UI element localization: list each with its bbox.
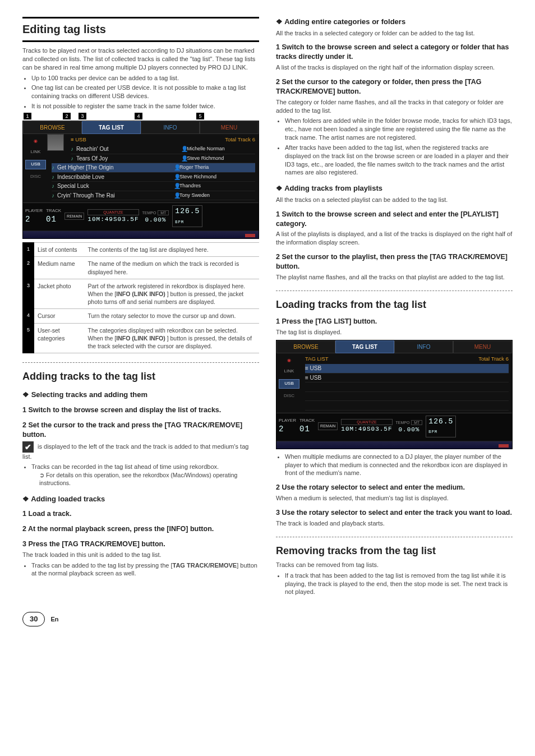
tab-menu: MENU (453, 340, 512, 354)
artist-icon: 👤 (181, 145, 187, 153)
heading-folders: Adding entire categories or folders (276, 17, 513, 27)
tab-info: INFO (394, 340, 453, 354)
track-artist: Tony Sweden (179, 192, 255, 200)
section-title: Editing tag lists (22, 17, 259, 42)
table-num: 1 (23, 243, 34, 257)
side-link: LINK (25, 149, 46, 155)
page-footer: 30 En (22, 612, 513, 626)
list-head-left: ≡ USB (71, 136, 86, 144)
step-heading: 3 Use the rotary selector to select and … (276, 508, 513, 518)
table-num: 4 (23, 309, 34, 323)
tab-menu: MENU (200, 121, 259, 135)
track-number: 01 (299, 424, 315, 435)
tempo-value: 0.00% (396, 426, 423, 434)
table-name: List of contents (34, 243, 85, 257)
intro-bullet: It is not possible to register the same … (31, 102, 259, 110)
track-title: Reachin' Out (76, 145, 181, 153)
side-usb: USB (279, 379, 299, 389)
step-heading: 1 Switch to the browse screen and select… (276, 210, 513, 229)
list-item: Tracks can be added to the tag list by p… (31, 561, 259, 578)
side-link: LINK (279, 368, 299, 375)
intro-bullet: Up to 100 tracks per device can be added… (31, 74, 259, 82)
language-label: En (50, 615, 58, 624)
checkmark-icon: ✔ (22, 441, 34, 453)
step-heading: 1 Switch to the browse screen and displa… (22, 405, 259, 415)
rec-icon: ◉ (279, 358, 299, 364)
tempo-label: TEMPO (396, 421, 410, 425)
tab-browse: BROWSE (23, 121, 82, 135)
body-text: The tag list is displayed. (276, 328, 513, 336)
body-text: All the tracks on a selected playlist ca… (276, 196, 513, 204)
step-heading: 2 Set the cursor to the playlist, then p… (276, 252, 513, 271)
table-name: Medium name (34, 257, 85, 279)
medium-row: ≡ USB (305, 365, 509, 372)
player-label: PLAYER (279, 418, 296, 424)
heading-playlists: Adding tracks from playlists (276, 183, 513, 193)
step-heading: 2 Use the rotary selector to select and … (276, 483, 513, 492)
sub-bullet: For details on this operation, see the r… (31, 471, 259, 487)
tab-taglist: TAG LIST (335, 340, 394, 354)
tab-taglist: TAG LIST (82, 121, 141, 135)
step-heading: 1 Switch to the browse screen and select… (276, 43, 513, 62)
track-artist: Steve Richmond (179, 173, 255, 181)
step-heading: 1 Load a track. (22, 509, 259, 519)
track-title: Tears Of Joy (76, 155, 181, 163)
bullet-list: If a track that has been added to the ta… (276, 571, 513, 597)
side-disc: DISC (279, 393, 299, 399)
check-bullets: Tracks can be recorded in the tag list a… (22, 463, 259, 487)
artist-icon: 👤 (174, 192, 179, 200)
device-screenshot-1: BROWSE TAG LIST INFO MENU ◉ LINK USB DIS… (22, 121, 259, 239)
mt-label: MT (158, 210, 169, 215)
subsection-adding: Adding tracks to the tag list (22, 370, 259, 383)
table-desc: Turn the rotary selector to move the cur… (85, 309, 260, 323)
body-text: When a medium is selected, that medium's… (276, 494, 513, 503)
table-desc: The categories displayed with rekordbox … (85, 323, 260, 353)
quantize-label: QUANTIZE (87, 209, 139, 215)
list-item: Tracks can be recorded in the tag list a… (31, 463, 259, 487)
table-num: 3 (23, 279, 34, 309)
heading-selecting: Selecting tracks and adding them (22, 390, 259, 400)
table-desc: The name of the medium on which the trac… (85, 257, 260, 279)
list-head-right: Total Track 6 (478, 356, 509, 363)
note-icon: ♪ (52, 173, 57, 181)
tempo-label: TEMPO (142, 211, 156, 215)
step-heading: 2 Set the cursor to the track and press … (22, 421, 259, 440)
tab-info: INFO (141, 121, 200, 135)
track-title: Get Higher [The Origin (57, 164, 174, 172)
subsection-loading: Loading tracks from the tag list (276, 298, 513, 311)
track-artist: Roger Theria (179, 164, 255, 172)
list-head-right: Total Track 6 (225, 136, 255, 144)
callout-2: 2 (63, 113, 71, 119)
intro-bullet: One tag list can be created per USB devi… (31, 84, 259, 100)
bullet-list: When folders are added while in the fold… (276, 117, 513, 177)
bullet-list: When multiple mediums are connected to a… (276, 453, 513, 478)
body-text: The track loaded in this unit is added t… (22, 551, 259, 559)
bpm-display: 126.5BPM (426, 416, 456, 437)
medium-row: ≡ USB (305, 374, 509, 382)
body-text: The track is loaded and playback starts. (276, 519, 513, 528)
table-name: User-set categories (34, 323, 85, 353)
page-number: 30 (22, 612, 45, 626)
tempo-value: 0.00% (142, 216, 169, 224)
track-title: Indescribable Love (57, 173, 174, 181)
waveform (276, 441, 512, 449)
side-disc: DISC (25, 174, 46, 180)
artist-icon: 👤 (181, 155, 187, 163)
player-label: PLAYER (25, 208, 43, 214)
tab-browse: BROWSE (276, 340, 335, 354)
note-icon: ♪ (71, 155, 76, 163)
track-title: Cryin' Through The Rai (57, 192, 174, 200)
bullet-list: Tracks can be added to the tag list by p… (22, 561, 259, 578)
track-number: 01 (46, 214, 61, 225)
table-num: 5 (23, 323, 34, 353)
table-desc: The contents of the tag list are display… (85, 243, 260, 257)
body-text: Tracks can be removed from tag lists. (276, 561, 513, 569)
list-item: After tracks have been added to the tag … (285, 144, 513, 177)
track-label: TRACK (46, 208, 61, 214)
player-number: 2 (279, 424, 296, 435)
body-text: The category or folder name flashes, and… (276, 98, 513, 115)
device-screenshot-2: BROWSE TAG LIST INFO MENU ◉ LINK USB DIS… (276, 340, 513, 449)
player-number: 2 (25, 214, 43, 225)
callout-1: 1 (24, 113, 31, 119)
table-desc: Part of the artwork registered in rekord… (85, 279, 260, 309)
